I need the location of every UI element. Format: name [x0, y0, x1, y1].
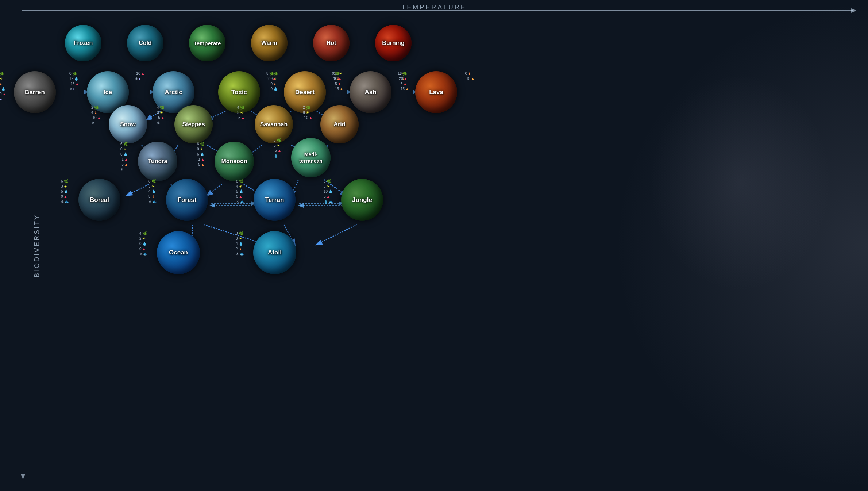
monsoon-stats: 6🌿 0☀ 6💧 -1▲ -5▲ — [197, 142, 205, 167]
barren-stats: 0🌿 0☀ 2🌡 16💧 -20▲ ❄♦ — [0, 71, 6, 102]
desert-stats: 8🌿 -20▲ — [266, 71, 276, 81]
planet-temperate-label: Temperate — [194, 40, 221, 46]
planet-desert-label: Desert — [295, 89, 315, 96]
atoll-stats: 8🌿 6☀ 4💧 2🌡 ☀🐟 — [236, 231, 244, 257]
planet-savannah-label: Savannah — [260, 121, 288, 128]
arid-stats: 2🌿 8☀ -10▲ — [303, 105, 312, 120]
planet-monsoon[interactable]: Monsoon 6🌿 0☀ 6💧 -1▲ -5▲ — [215, 142, 254, 181]
planet-boreal-label: Boreal — [90, 196, 109, 204]
planet-atoll-label: Atoll — [268, 249, 282, 256]
planet-forest[interactable]: Forest 8🌿 3☀ 4💧 5🌡 ❄🐟 — [166, 179, 208, 221]
planet-boreal[interactable]: Boreal 6🌿 3☀ 5💧 0▲ ❄🐟 — [78, 179, 120, 221]
planet-cold[interactable]: Cold — [127, 25, 163, 61]
forest-stats: 8🌿 3☀ 4💧 5🌡 ❄🐟 — [148, 179, 157, 204]
planet-burning[interactable]: Burning — [375, 25, 412, 61]
planet-frozen-label: Frozen — [74, 40, 93, 46]
background-mist — [613, 0, 868, 491]
planet-ash-label: Ash — [364, 89, 376, 96]
planet-mediterranean-label: Medi-terranean — [299, 151, 323, 164]
ash-stats: 0🌿 -10▲ — [332, 71, 342, 81]
planet-jungle[interactable]: Jungle 6🌿 5☀ 10💧 0▲ 💧🐟 — [341, 179, 383, 221]
tundra-stats: 6🌿 0☀ 6💧 -1▲ -5▲ ❄ — [120, 142, 128, 172]
svg-line-25 — [127, 184, 149, 195]
planet-warm-label: Warm — [261, 40, 277, 46]
planet-ocean-label: Ocean — [169, 249, 188, 256]
steppes-stats: 4🌿 3☀ -5▲ ❄ — [157, 105, 165, 126]
jungle-stats: 6🌿 5☀ 10💧 0▲ 💧🐟 — [324, 179, 333, 204]
planet-snow-label: Snow — [120, 121, 136, 128]
planet-steppes-label: Steppes — [182, 121, 205, 128]
planet-toxic-label: Toxic — [231, 89, 247, 96]
planet-arctic-label: Arctic — [165, 89, 182, 96]
planet-lava[interactable]: Lava 16🌿 -20▲ 0🌡 -15▲ — [415, 71, 457, 113]
planet-barren[interactable]: Barren 0🌿 0☀ 2🌡 16💧 -20▲ ❄♦ — [14, 71, 56, 113]
planet-snow[interactable]: Snow 2🌿 4🌡 -10▲ ❄ — [109, 105, 147, 143]
planet-burning-label: Burning — [382, 40, 404, 46]
planet-frozen[interactable]: Frozen — [65, 25, 101, 61]
background-mist2 — [649, 73, 832, 292]
lava-stats-right: 0🌡 -15▲ — [465, 71, 475, 81]
planet-ocean[interactable]: Ocean 4🌿 2☀ 0💧 0▲ ❄🐟 — [157, 231, 200, 274]
temperature-label: TEMPERATURE — [401, 4, 467, 11]
svg-line-34 — [317, 225, 357, 245]
savannah-stats: 4🌿 5☀ -5▲ — [237, 105, 245, 120]
planet-forest-label: Forest — [178, 196, 197, 204]
planet-ice-label: Ice — [104, 89, 112, 96]
planet-hot-label: Hot — [327, 40, 336, 46]
planet-steppes[interactable]: Steppes 4🌿 3☀ -5▲ ❄ — [174, 105, 213, 143]
ice-stats: 0🌿 12💧 -15▲ ❄♦ — [69, 71, 79, 92]
biodiversity-label: BIODIVERSITY — [33, 214, 41, 277]
ocean-stats: 4🌿 2☀ 0💧 0▲ ❄🐟 — [139, 231, 147, 257]
mediterranean-stats: 6🌿 0☀ -5▲ 💧 — [274, 138, 281, 158]
planet-terran[interactable]: Terran 8🌿 4☀ 5💧 0▲ ☀🐟 — [254, 179, 296, 221]
planet-hot[interactable]: Hot — [313, 25, 350, 61]
planet-barren-label: Barren — [25, 89, 45, 96]
lava-stats: 16🌿 -20▲ — [398, 71, 407, 81]
planet-mediterranean[interactable]: Medi-terranean 6🌿 0☀ -5▲ 💧 — [291, 138, 331, 177]
planet-atoll[interactable]: Atoll 8🌿 6☀ 4💧 2🌡 ☀🐟 — [253, 231, 296, 274]
planet-monsoon-label: Monsoon — [221, 158, 247, 165]
planet-warm[interactable]: Warm — [251, 25, 288, 61]
svg-line-27 — [207, 184, 222, 195]
planet-terran-label: Terran — [265, 196, 284, 204]
planet-arid-label: Arid — [334, 121, 346, 128]
planet-temperate[interactable]: Temperate — [189, 25, 225, 61]
snow-stats: 2🌿 4🌡 -10▲ ❄ — [91, 105, 101, 126]
arctic-stats: -10▲ ❄♦ — [135, 71, 144, 81]
planet-tundra-label: Tundra — [148, 158, 167, 165]
planet-jungle-label: Jungle — [352, 196, 372, 204]
planet-lava-label: Lava — [429, 89, 443, 96]
planet-tundra[interactable]: Tundra 6🌿 0☀ 6💧 -1▲ -5▲ ❄ — [138, 142, 177, 181]
planet-cold-label: Cold — [139, 40, 152, 46]
boreal-stats: 6🌿 3☀ 5💧 0▲ ❄🐟 — [61, 179, 69, 204]
terran-stats: 8🌿 4☀ 5💧 0▲ ☀🐟 — [236, 179, 244, 204]
